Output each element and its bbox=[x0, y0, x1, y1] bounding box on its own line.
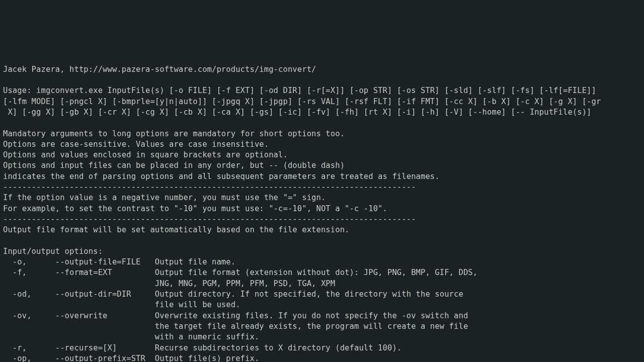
usage-line-1: Usage: imgconvert.exe InputFile(s) [-o F… bbox=[3, 86, 596, 95]
note-brackets-optional: Options and values enclosed in square br… bbox=[3, 150, 288, 159]
note-mandatory-args: Mandatory arguments to long options are … bbox=[3, 129, 345, 138]
opt-overwrite-cont2: with a numeric suffix. bbox=[3, 332, 259, 341]
usage-line-3: X] [-gg X] [-gb X] [-cr X] [-cg X] [-cb … bbox=[3, 108, 592, 117]
note-double-dash: indicates the end of parsing options and… bbox=[3, 172, 440, 181]
opt-overwrite-cont: the target file already exists, the prog… bbox=[3, 322, 468, 331]
opt-output-dir-cont: file will be used. bbox=[3, 300, 240, 309]
opt-overwrite: -ov, --overwrite Overwrite existing file… bbox=[3, 311, 468, 320]
note-any-order: Options and input files can be placed in… bbox=[3, 161, 345, 170]
section-title-io-options: Input/output options: bbox=[3, 247, 103, 256]
opt-format-cont: JNG, MNG, PGM, PPM, PFM, PSD, TGA, XPM bbox=[3, 279, 335, 288]
usage-line-2: [-lfm MODE] [-pngcl X] [-bmprle=[y|n|aut… bbox=[3, 97, 601, 106]
opt-output-file: -o, --output-file=FILE Output file name. bbox=[3, 257, 235, 266]
opt-format: -f, --format=EXT Output file format (ext… bbox=[3, 268, 477, 277]
divider-rule: ----------------------------------------… bbox=[3, 183, 416, 192]
note-case-sensitive: Options are case-sensitive. Values are c… bbox=[3, 140, 269, 149]
terminal-output: Jacek Pazera, http://www.pazera-software… bbox=[0, 53, 644, 362]
author-line: Jacek Pazera, http://www.pazera-software… bbox=[3, 65, 316, 74]
note-contrast-example: For example, to set the contrast to "-10… bbox=[3, 204, 387, 213]
opt-output-prefix: -op, --output-prefix=STR Output file(s) … bbox=[3, 354, 259, 362]
opt-recurse: -r, --recurse=[X] Recurse subdirectories… bbox=[3, 343, 401, 352]
divider-rule: ----------------------------------------… bbox=[3, 215, 416, 224]
note-auto-format: Output file format will be set automatic… bbox=[3, 225, 350, 234]
opt-output-dir: -od, --output-dir=DIR Output directory. … bbox=[3, 290, 463, 299]
note-negative-equals: If the option value is a negative number… bbox=[3, 193, 326, 202]
